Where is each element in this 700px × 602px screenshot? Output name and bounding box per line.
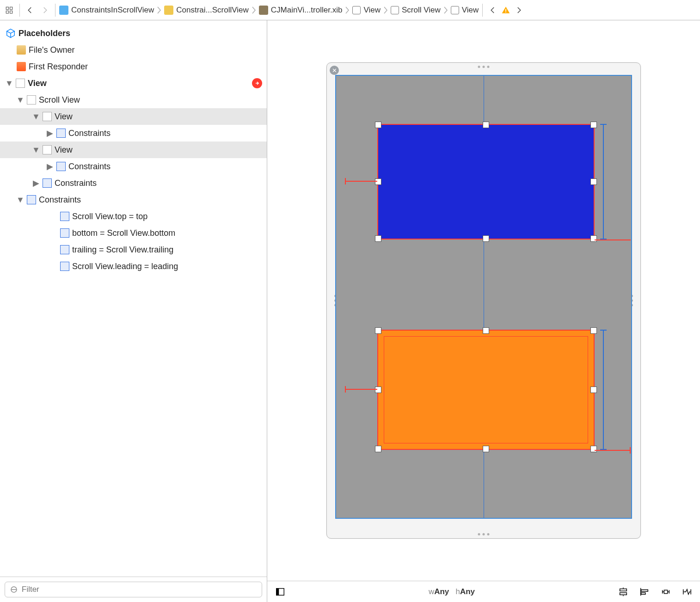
subview-blue[interactable] — [377, 124, 595, 240]
resize-handle[interactable] — [590, 327, 597, 334]
align-button[interactable] — [638, 585, 651, 598]
constraints-icon — [56, 129, 66, 138]
resize-handle[interactable] — [375, 387, 381, 393]
subview-b-label: View — [55, 145, 73, 155]
outline-constraints-a[interactable]: ▶ Constraints — [0, 125, 267, 141]
constraints-root-label: Constraints — [39, 195, 81, 205]
folder-icon — [164, 6, 173, 15]
filter-input[interactable] — [22, 585, 257, 594]
outline-constraint-item[interactable]: trailing = Scroll View.trailing — [0, 241, 267, 258]
issues-forward-button[interactable] — [512, 4, 525, 17]
selection-inset — [384, 336, 588, 443]
filter-field[interactable] — [5, 582, 262, 597]
resize-handle[interactable] — [483, 122, 489, 128]
first-responder-icon — [17, 62, 26, 71]
back-button[interactable] — [24, 4, 37, 17]
grip-icon — [478, 66, 490, 68]
jumpbar-seg-project[interactable]: ConstraintsInScrollView — [59, 6, 154, 15]
document-outline: Placeholders File's Owner First Responde… — [0, 20, 267, 602]
resize-handle[interactable] — [375, 178, 381, 185]
view-icon — [391, 6, 399, 14]
outline-first-responder[interactable]: First Responder — [0, 58, 267, 75]
subview-a-label: View — [55, 112, 73, 122]
outline-constraint-item[interactable]: bottom = Scroll View.bottom — [0, 225, 267, 241]
outline-constraints-root[interactable]: ▼ Constraints — [0, 191, 267, 208]
svg-rect-1 — [10, 7, 12, 9]
resize-handle[interactable] — [590, 178, 597, 185]
disclosure-icon[interactable]: ▶ — [32, 179, 40, 187]
warning-icon[interactable] — [501, 6, 510, 15]
sizeclass-w-value: Any — [434, 587, 449, 596]
outline-constraints-b[interactable]: ▶ Constraints — [0, 158, 267, 175]
chevron-right-icon — [383, 6, 388, 14]
constraints-icon — [43, 178, 52, 188]
view-icon — [43, 112, 52, 121]
disclosure-icon[interactable]: ▼ — [17, 196, 24, 203]
files-owner-icon — [17, 45, 26, 55]
disclosure-icon[interactable]: ▶ — [46, 163, 54, 170]
outline-constraints-sv[interactable]: ▶ Constraints — [0, 175, 267, 191]
outline-constraint-item[interactable]: Scroll View.leading = leading — [0, 258, 267, 275]
resize-handle[interactable] — [375, 235, 381, 242]
error-badge-icon[interactable] — [252, 78, 262, 88]
jumpbar-label: View — [462, 6, 479, 15]
disclosure-icon[interactable]: ▼ — [17, 96, 24, 104]
constraints-icon — [56, 162, 66, 171]
constraint-line — [595, 240, 631, 240]
disclosure-icon[interactable]: ▼ — [32, 113, 40, 120]
project-icon — [59, 6, 68, 15]
close-scene-button[interactable]: ✕ — [330, 66, 339, 75]
resize-handle[interactable] — [590, 235, 597, 242]
resize-handle[interactable] — [375, 327, 381, 334]
toggle-outline-button[interactable] — [274, 585, 287, 598]
filter-icon — [10, 585, 18, 594]
chevron-right-icon — [252, 6, 256, 14]
jumpbar-seg-view[interactable]: View — [352, 6, 381, 15]
disclosure-icon[interactable]: ▶ — [46, 129, 54, 137]
resize-handle[interactable] — [590, 122, 597, 128]
resize-handle[interactable] — [590, 446, 597, 452]
svg-rect-11 — [620, 592, 627, 595]
constraints-b-label: Constraints — [68, 162, 111, 172]
sizeclass-control[interactable]: wAny hAny — [295, 587, 608, 596]
constraint-icon — [60, 212, 69, 221]
editor-bottombar: wAny hAny — [267, 581, 700, 602]
related-items-icon[interactable] — [3, 4, 16, 17]
device-window[interactable]: ✕ — [326, 62, 641, 539]
constraints-sv-label: Constraints — [55, 178, 97, 188]
jumpbar-seg-folder[interactable]: Constrai...ScrollView — [164, 6, 249, 15]
outline-constraint-item[interactable]: Scroll View.top = top — [0, 208, 267, 225]
separator — [482, 4, 483, 17]
scrollview-rect[interactable] — [335, 75, 632, 519]
resize-handle[interactable] — [483, 327, 489, 334]
constraint-icon — [60, 228, 69, 238]
resize-handle[interactable] — [590, 387, 597, 393]
jumpbar-seg-scrollview[interactable]: Scroll View — [391, 6, 441, 15]
outline-root-view[interactable]: ▼ View — [0, 75, 267, 92]
outline-files-owner[interactable]: File's Owner — [0, 42, 267, 58]
stack-button[interactable] — [617, 585, 630, 598]
jumpbar-seg-xib[interactable]: CJMainVi...troller.xib — [259, 6, 343, 15]
resize-handle[interactable] — [375, 446, 381, 452]
jumpbar-seg-view2[interactable]: View — [451, 6, 479, 15]
constraint-item-label: bottom = Scroll View.bottom — [72, 228, 175, 238]
outline-subview-a[interactable]: ▼ View — [0, 108, 267, 125]
resize-handle[interactable] — [375, 122, 381, 128]
pin-button[interactable] — [659, 585, 672, 598]
outline-scrollview[interactable]: ▼ Scroll View — [0, 92, 267, 108]
root-view-label: View — [28, 79, 47, 88]
outline-subview-b[interactable]: ▼ View — [0, 141, 267, 158]
disclosure-icon[interactable]: ▼ — [32, 146, 40, 154]
chevron-right-icon — [157, 6, 161, 14]
forward-button[interactable] — [38, 4, 51, 17]
resize-handle[interactable] — [483, 235, 489, 242]
ib-canvas[interactable]: ✕ — [267, 20, 700, 581]
disclosure-icon[interactable]: ▼ — [6, 80, 13, 87]
measure-height-icon — [600, 330, 607, 450]
issues-back-button[interactable] — [486, 4, 499, 17]
xib-icon — [259, 6, 268, 15]
resolve-issues-button[interactable] — [681, 585, 694, 598]
resize-handle[interactable] — [483, 446, 489, 452]
files-owner-label: File's Owner — [29, 45, 74, 55]
subview-orange[interactable] — [377, 330, 595, 450]
